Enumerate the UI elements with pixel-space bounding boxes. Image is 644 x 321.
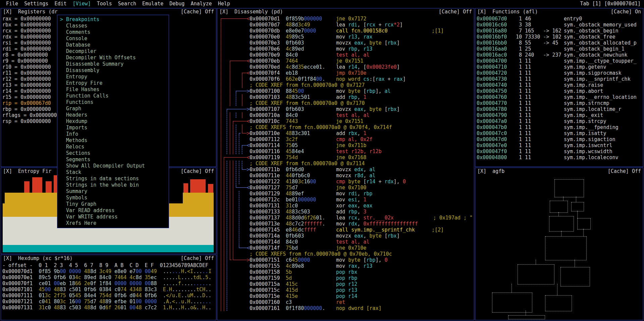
disasm-row[interactable]: ││┆0x000071585bpop rbx bbox=[219, 269, 474, 275]
dropdown-item[interactable]: Decompiler With Offsets bbox=[57, 55, 169, 61]
hexdump-row[interactable]: 0x000070e1 89c5 0fb6 034c 89ed 84c0 7464… bbox=[2, 274, 215, 280]
disasm-row[interactable]: │0x000070e30fb603movzx eax, byte [rbx] bbox=[219, 40, 474, 46]
disasm-row[interactable]: │0x000070dbe8e0e70000call fcn.000158c0;[… bbox=[219, 28, 474, 34]
disasm-row[interactable]: ││┆││└───<0x0000712775d7jne 0x7100 bbox=[219, 185, 474, 191]
close-icon[interactable]: [X] bbox=[3, 168, 12, 175]
disasm-row[interactable]: ││┆││ ┆0x000071334883c503add rbp, 3 bbox=[219, 209, 474, 215]
dropdown-item[interactable]: Relocs bbox=[57, 144, 169, 150]
disasm-row[interactable]: │┌───────<0x00007119754djne 0x7168 bbox=[219, 154, 474, 160]
disasm-row[interactable]: │0x000070e04989c5mov r13, rax bbox=[219, 34, 474, 40]
function-row[interactable]: 0x000047d0 1 11sym.imp.sigaction bbox=[477, 136, 642, 142]
hexdump-row[interactable]: 0x00007121 c041 803c 1600 75d7 4889 efbe… bbox=[2, 299, 215, 305]
dropdown-item[interactable]: Methods bbox=[57, 137, 169, 144]
dropdown-item[interactable]: Comments bbox=[57, 29, 169, 36]
dropdown-item[interactable]: Disassembly bbox=[57, 67, 169, 74]
disasm-row[interactable]: ││┆││ ┆0x00007145e846dcffffcall sym.imp.… bbox=[219, 227, 474, 233]
disasm-row[interactable]: ││┆││; CODE XREFS from fcn.000070a0 @ 0x… bbox=[219, 251, 474, 257]
dropdown-item[interactable]: Decompiler bbox=[57, 48, 169, 55]
disasm-row[interactable]: ││┆││┆┆└─>0x0000711b0fb6d0movzx edx, al bbox=[219, 167, 474, 173]
disasm-row[interactable]: │ │ ┌─<0x000070f4eb18jmp 0x710e bbox=[219, 70, 474, 76]
dropdown-item[interactable]: Strings in the whole bin bbox=[57, 182, 169, 188]
disasm-row[interactable]: ││┆││┆┆0x0000711e440fb6c0movzx r8d, al bbox=[219, 173, 474, 179]
disasm-row[interactable]: │ ┆││┆┆┆0x000071164584e4test r12b, r12b bbox=[219, 148, 474, 154]
disasm-row[interactable]: ││┆││ ┆0x0000713e48c7c2ffffff.mov rdx, 0… bbox=[219, 221, 474, 227]
disasm-row[interactable]: ││┆0x00007160c3ret bbox=[219, 299, 474, 305]
close-icon[interactable]: [X] bbox=[219, 8, 228, 15]
dropdown-item[interactable]: Graph bbox=[57, 106, 169, 112]
function-row[interactable]: 0x000067d0 1 46entry0 bbox=[477, 16, 642, 22]
disasm-row[interactable]: │ ┆││┆┆0x000071123c2fcmp al, 0x2f bbox=[219, 136, 474, 142]
menu-item-tools[interactable]: Tools bbox=[97, 0, 112, 7]
disasm-row[interactable]: ││┆0x000071595dpop rbp bbox=[219, 275, 474, 281]
disasm-row[interactable]: ││┆0x0000715a415cpop r12 bbox=[219, 281, 474, 287]
dropdown-item[interactable]: Disassemble Summary bbox=[57, 61, 169, 67]
dropdown-item[interactable]: Entropy Fire bbox=[57, 80, 169, 86]
hexdump-row[interactable]: 0x000070d1 0f85 9b00 0000 488d 3c49 e8e0… bbox=[2, 268, 215, 274]
function-row[interactable]: 0x00016a80 7 165 -> 162sym._obstack_begi… bbox=[477, 28, 642, 34]
disasm-row[interactable]: ││┆0x000071610f1f80000000.nop dword [rax… bbox=[219, 305, 474, 311]
dropdown-item[interactable]: Hexdump bbox=[57, 118, 169, 125]
function-row[interactable]: 0x00016bb0 8 55 -> 45sym._obstack_alloca… bbox=[477, 40, 642, 46]
menu-item-view[interactable]: [View] bbox=[73, 0, 91, 7]
hexdump-row[interactable]: 0x000070f1 ce01 00eb 1866 2e0f 1f84 0000… bbox=[2, 280, 215, 286]
dropdown-item[interactable]: Var READ address bbox=[57, 207, 169, 214]
disasm-row[interactable]: │ ┆│ ┆ │0x0000710a84c0test al, al bbox=[219, 112, 474, 118]
close-icon[interactable]: [X] bbox=[477, 168, 486, 175]
dropdown-item[interactable]: Entropy bbox=[57, 74, 169, 80]
function-row[interactable]: 0x00004750 1 11sym.imp.abort bbox=[477, 88, 642, 94]
menu-item-help[interactable]: Help bbox=[218, 0, 230, 7]
dropdown-item[interactable]: Tiny Graph bbox=[57, 201, 169, 207]
dropdown-item[interactable]: Symbols bbox=[57, 195, 169, 201]
function-row[interactable]: 0x00004740 1 11sym.imp.raise bbox=[477, 82, 642, 88]
dropdown-item[interactable]: Summary bbox=[57, 188, 169, 195]
disasm-row[interactable]: │0x000070e984c0test al, al bbox=[219, 52, 474, 58]
function-row[interactable]: 0x000047e0 1 11sym.imp.iswcntrl bbox=[477, 142, 642, 148]
close-icon[interactable]: [X] bbox=[477, 8, 486, 15]
dropdown-item[interactable]: Database bbox=[57, 42, 169, 48]
function-row[interactable]: 0x00004770 1 11sym.imp.strncmp bbox=[477, 100, 642, 106]
function-row[interactable]: 0x00016aa0 1 25sym._obstack_begin_1 bbox=[477, 46, 642, 52]
disasm-row[interactable]: ││┆0x000071554c89e8mov rax, r13 bbox=[219, 263, 474, 269]
dropdown-item[interactable]: Info bbox=[57, 131, 169, 137]
menu-item-emulate[interactable]: Emulate bbox=[142, 0, 163, 7]
disasm-row[interactable]: │ ┆││┆ │; CODE XREFS from fcn.000070a0 @… bbox=[219, 124, 474, 130]
dropdown-item[interactable]: File Hashes bbox=[57, 86, 169, 93]
function-row[interactable]: 0x00004700 1 11sym.imp.__ctype_toupper_ bbox=[477, 58, 642, 64]
dropdown-item[interactable]: Strings in data sections bbox=[57, 176, 169, 182]
registers-title-bar[interactable]: [X] Registers (dr [Cache] Off bbox=[1, 8, 216, 15]
dropdown-item[interactable]: Var WRITE address bbox=[57, 214, 169, 220]
functions-title-bar[interactable]: [X] Functions (afl) [Cache] On bbox=[475, 8, 643, 15]
disasm-row[interactable]: ┌────────<0x000070d10f859b000000jne 0x71… bbox=[219, 16, 474, 22]
hexdump-row[interactable]: 0x00007101 4500 4883 c501 0fb6 0384 c074… bbox=[2, 286, 215, 293]
function-row[interactable]: 0x00004760 1 11sym.imp.__errno_location bbox=[477, 94, 642, 100]
dropdown-item[interactable]: Function Calls bbox=[57, 93, 169, 99]
disasm-row[interactable]: ││┆││ ┆0x0000712cbe01000000mov esi, 1 bbox=[219, 197, 474, 203]
disasm-row[interactable]: │ ┌──────>0x000071070fb603movzx eax, byt… bbox=[219, 106, 474, 112]
disasm-row[interactable]: ││┆││ ┆0x000071294889efmov rdi, rbp bbox=[219, 191, 474, 197]
disasm-row[interactable]: ││┆││ ┆0x0000713131c0xor eax, eax bbox=[219, 203, 474, 209]
dropdown-item[interactable]: Classes bbox=[57, 23, 169, 29]
hexdump-row[interactable]: 0x00007131 31c0 4883 c503 488d 0d6f 2601… bbox=[2, 305, 215, 311]
function-row[interactable]: 0x00004790 1 11sym.imp._exit bbox=[477, 112, 642, 118]
dropdown-item[interactable]: Console bbox=[57, 36, 169, 42]
disasm-row[interactable]: │ ┆│┌────<0x0000710c7443je 0x7151 bbox=[219, 118, 474, 124]
disasm-row[interactable]: ││┆││ ┆0x0000714a0fb603movzx eax, byte [… bbox=[219, 233, 474, 239]
disasm-row[interactable]: ││┆││ └──<0x0000714f75bdjne 0x710e bbox=[219, 245, 474, 251]
disasm-row[interactable]: │ ┆││┆┌└─>0x0000710e4883c301add rbx, 1 bbox=[219, 130, 474, 136]
disasm-row[interactable]: │ │ │; CODE XREF from fcn.000070a0 @ 0x7… bbox=[219, 82, 474, 88]
close-icon[interactable]: [X] bbox=[3, 8, 12, 15]
disasm-row[interactable]: │0x000070e64c89edmov rbp, r13 bbox=[219, 46, 474, 52]
close-icon[interactable]: [X] bbox=[3, 255, 12, 262]
function-row[interactable]: 0x00004800 1 11sym.imp.localeconv bbox=[477, 154, 642, 160]
function-row[interactable]: 0x000047c0 1 11sym.imp.isatty bbox=[477, 130, 642, 136]
disasm-row[interactable]: ││┆└└────>0x00007151c6450000mov byte [rb… bbox=[219, 257, 474, 263]
hexdump-title-bar[interactable]: [X] Hexdump (xc $r*16) [Cache] Off bbox=[1, 255, 216, 262]
dropdown-item[interactable]: Functions bbox=[57, 99, 169, 106]
function-row[interactable]: 0x000047f0 1 11sym.imp.wcswidth bbox=[477, 148, 642, 154]
disasm-row[interactable]: │0x000070d7488d3c49lea rdi, [rcx + rcx*2… bbox=[219, 22, 474, 28]
function-row[interactable]: 0x00016c60 3 38sym._obstack_memory_used bbox=[477, 22, 642, 28]
function-row[interactable]: 0x00016bf0 10 73330 -> 102sym._obstack_f… bbox=[477, 34, 642, 40]
function-row[interactable]: 0x00016ac0 8 240 -> 237sym._obstack_newc… bbox=[477, 52, 642, 58]
dropdown-item[interactable]: Segments bbox=[57, 156, 169, 163]
disasm-row[interactable]: ││┆││┆┆┆; CODE XREF from fcn.000070a0 @ … bbox=[219, 160, 474, 167]
